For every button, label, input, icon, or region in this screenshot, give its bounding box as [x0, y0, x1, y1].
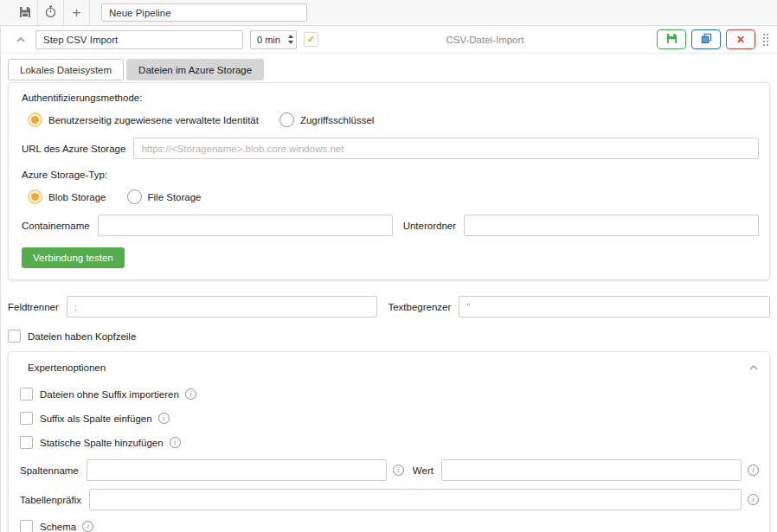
info-icon[interactable]: i [170, 437, 181, 448]
container-row: Containername Unterordner [22, 215, 759, 236]
plus-icon: + [73, 4, 81, 22]
schema-checkbox[interactable] [20, 520, 33, 532]
suffix-as-column-checkbox[interactable] [20, 412, 33, 425]
storage-url-input[interactable] [133, 138, 759, 159]
spinner-up-icon[interactable] [288, 35, 293, 38]
collapse-step-button[interactable] [11, 35, 30, 45]
info-icon[interactable]: i [393, 465, 404, 476]
auth-method-radio-group: Benutzerseitig zugewiesene verwaltete Id… [28, 112, 759, 127]
table-prefix-input[interactable] [89, 489, 742, 510]
column-name-row: Spaltenname i Wert i [20, 459, 759, 481]
storage-type-label-row: Azure Storage-Typ: [22, 170, 759, 180]
subfolder-input[interactable] [464, 215, 759, 236]
radio-blob-storage[interactable] [28, 189, 42, 204]
chevron-up-icon[interactable] [748, 362, 759, 373]
schema-row: Schema i [20, 520, 759, 532]
radio-access-key-label: Zugriffsschlüssel [300, 115, 374, 125]
add-step-button[interactable]: + [64, 0, 90, 25]
import-without-suffix-label: Dateien ohne Suffix importieren [40, 389, 179, 400]
schema-label: Schema [40, 522, 76, 532]
expert-options-header[interactable]: Expertenoptionen [20, 362, 759, 373]
interval-stepper[interactable]: 0 min [250, 30, 297, 49]
storage-type-label: Azure Storage-Typ: [22, 170, 107, 180]
save-icon [19, 6, 31, 20]
info-icon[interactable]: i [82, 521, 93, 532]
save-icon [666, 33, 677, 46]
pipeline-name-input[interactable] [101, 3, 307, 22]
interval-value: 0 min [257, 35, 288, 45]
drag-handle-icon[interactable] [763, 34, 768, 46]
import-without-suffix-checkbox[interactable] [20, 388, 33, 401]
radio-access-key[interactable] [279, 112, 294, 127]
expert-options-panel: Expertenoptionen Dateien ohne Suffix imp… [8, 351, 770, 532]
info-icon[interactable]: i [748, 494, 759, 505]
field-separator-label: Feldtrenner [8, 302, 59, 312]
add-static-column-checkbox[interactable] [20, 436, 33, 449]
check-icon: ✓ [307, 34, 315, 45]
spinner-down-icon[interactable] [288, 41, 293, 44]
column-name-label: Spaltenname [20, 465, 79, 476]
storage-url-label: URL des Azure Storage [22, 144, 125, 154]
timer-icon [44, 5, 57, 20]
container-name-input[interactable] [98, 215, 393, 236]
radio-file-storage[interactable] [127, 189, 142, 204]
step-header: 0 min ✓ CSV-Datei-Import [1, 26, 777, 54]
expert-options-title: Expertenoptionen [28, 362, 748, 373]
option-row: Suffix als Spalte einfügen i [20, 412, 759, 425]
suffix-as-column-label: Suffix als Spalte einfügen [40, 413, 152, 424]
save-pipeline-button[interactable] [12, 0, 38, 25]
tab-azure-storage[interactable]: Dateien im Azure Storage [126, 59, 264, 80]
step-type-title: CSV-Datei-Import [318, 35, 652, 45]
spinner-arrows[interactable] [288, 35, 293, 44]
schedule-pipeline-button[interactable] [38, 0, 64, 25]
info-icon[interactable]: i [185, 388, 196, 400]
option-row: Statische Spalte hinzufügen i [20, 436, 759, 449]
has-header-label: Dateien haben Kopfzeile [28, 331, 136, 342]
radio-managed-identity-label: Benutzerseitig zugewiesene verwaltete Id… [48, 115, 259, 125]
subfolder-label: Unterordner [403, 221, 456, 231]
table-prefix-row: Tabellenpräfix i [20, 489, 759, 510]
main-toolbar: + [0, 0, 777, 26]
chevron-up-icon [16, 35, 26, 45]
field-separator-input[interactable] [67, 296, 378, 317]
table-prefix-label: Tabellenpräfix [20, 495, 81, 505]
tab-local-filesystem[interactable]: Lokales Dateisystem [8, 59, 124, 80]
source-tabs: Lokales Dateisystem Dateien im Azure Sto… [8, 59, 777, 80]
copy-icon [701, 33, 712, 46]
storage-url-row: URL des Azure Storage [22, 138, 759, 159]
tab-label: Lokales Dateisystem [20, 65, 112, 75]
storage-type-radio-group: Blob Storage File Storage [28, 189, 759, 204]
delimiter-row: Feldtrenner Textbegrenzer [8, 296, 770, 317]
has-header-checkbox[interactable] [8, 330, 21, 343]
step-name-input[interactable] [35, 30, 243, 49]
column-name-input[interactable] [87, 459, 387, 481]
add-static-column-label: Statische Spalte hinzufügen [40, 438, 164, 448]
container-name-label: Containername [22, 221, 90, 231]
step-enabled-checkbox[interactable]: ✓ [304, 32, 318, 47]
value-label: Wert [413, 465, 433, 476]
has-header-row: Dateien haben Kopfzeile [8, 330, 770, 343]
option-row: Dateien ohne Suffix importieren i [20, 388, 759, 401]
step-delete-button[interactable]: ✕ [726, 29, 755, 49]
text-delimiter-input[interactable] [459, 296, 770, 317]
radio-managed-identity[interactable] [28, 112, 42, 127]
info-icon[interactable]: i [748, 465, 759, 476]
close-icon: ✕ [736, 35, 745, 45]
azure-storage-panel: Authentifizierungsmethode: Benutzerseiti… [8, 82, 770, 280]
text-delimiter-label: Textbegrenzer [388, 302, 451, 312]
value-input[interactable] [441, 459, 742, 481]
auth-method-label: Authentifizierungsmethode: [22, 93, 759, 103]
test-connection-button[interactable]: Verbindung testen [22, 247, 125, 268]
step-save-button[interactable] [657, 29, 686, 49]
radio-file-storage-label: File Storage [148, 192, 202, 202]
step-duplicate-button[interactable] [691, 29, 721, 49]
info-icon[interactable]: i [158, 413, 170, 424]
step-panel: 0 min ✓ CSV-Datei-Import [0, 26, 777, 532]
tab-label: Dateien im Azure Storage [138, 65, 252, 75]
radio-blob-storage-label: Blob Storage [48, 192, 106, 202]
